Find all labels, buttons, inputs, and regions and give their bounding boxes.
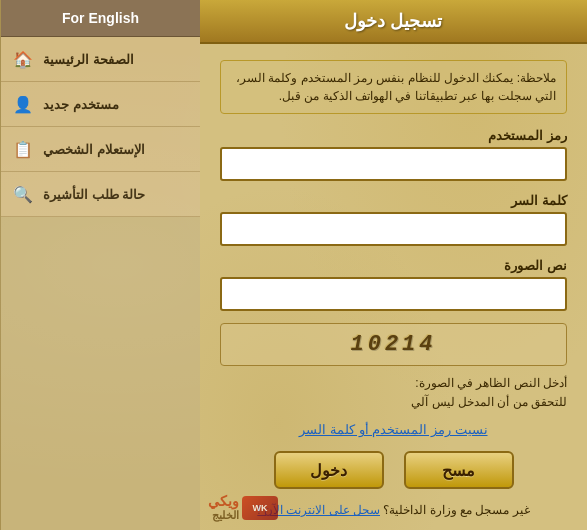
password-label: كلمة السر [220,193,567,208]
form-container: ملاحظة: يمكنك الدخول للنظام بنفس رمز الم… [200,44,587,530]
sidebar-item-visa-request[interactable]: حالة طلب التأشيرة 🔍 [1,172,200,217]
watermark-logo-text: WK [253,503,268,513]
notice-box: ملاحظة: يمكنك الدخول للنظام بنفس رمز الم… [220,60,567,114]
captcha-label: نص الصورة [220,258,567,273]
sidebar-item-new-user-label: مستخدم جديد [43,97,119,112]
watermark-inner: WK ويكي الخليج [208,493,278,522]
sidebar-item-personal-inquiry[interactable]: الإستعلام الشخصي 📋 [1,127,200,172]
captcha-image: 10214 [220,323,567,366]
username-label: رمز المستخدم [220,128,567,143]
clear-button[interactable]: مسح [404,451,514,489]
button-row: دخول مسح [220,451,567,489]
sidebar-item-personal-inquiry-label: الإستعلام الشخصي [43,142,145,157]
captcha-note-line2: للتحقق من أن المدخل ليس آلي [411,395,567,409]
watermark-logo: WK [242,496,278,520]
username-input[interactable] [220,147,567,181]
inquiry-icon: 📋 [11,137,35,161]
captcha-group: نص الصورة [220,258,567,311]
home-icon: 🏠 [11,47,35,71]
watermark-sub: الخليج [208,509,239,522]
sidebar-item-home-label: الصفحة الرئيسية [43,52,134,67]
sidebar-english-button[interactable]: For English [1,0,200,37]
sidebar: For English الصفحة الرئيسية 🏠 مستخدم جدي… [0,0,200,530]
register-prompt: غير مسجل مع وزارة الداخلية؟ [383,503,529,517]
watermark-text: ويكي الخليج [208,493,239,522]
forgot-link[interactable]: نسيت رمز المستخدم أو كلمة السر [220,422,567,437]
password-input[interactable] [220,212,567,246]
new-user-icon: 👤 [11,92,35,116]
login-button[interactable]: دخول [274,451,384,489]
visa-icon: 🔍 [11,182,35,206]
sidebar-item-visa-request-label: حالة طلب التأشيرة [43,187,145,202]
sidebar-item-home[interactable]: الصفحة الرئيسية 🏠 [1,37,200,82]
captcha-note: أدخل النص الظاهر في الصورة: للتحقق من أن… [220,374,567,412]
watermark-site: ويكي [208,493,239,509]
password-group: كلمة السر [220,193,567,246]
watermark: WK ويكي الخليج [208,493,278,522]
main-content: تسجيل دخول ملاحظة: يمكنك الدخول للنظام ب… [200,0,587,530]
captcha-input[interactable] [220,277,567,311]
username-group: رمز المستخدم [220,128,567,181]
captcha-note-line1: أدخل النص الظاهر في الصورة: [415,376,567,390]
page-title: تسجيل دخول [200,0,587,44]
sidebar-item-new-user[interactable]: مستخدم جديد 👤 [1,82,200,127]
